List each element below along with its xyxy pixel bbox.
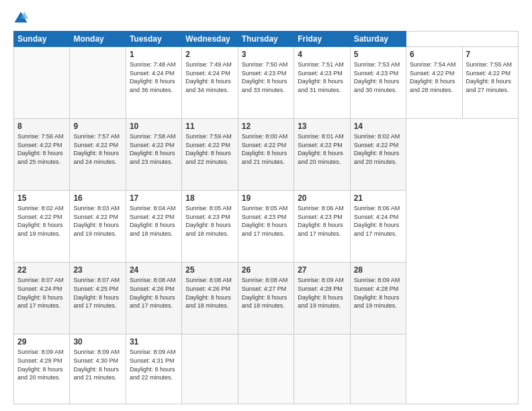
day-number: 4 bbox=[298, 50, 346, 59]
calendar-day-cell bbox=[14, 47, 70, 119]
day-number: 5 bbox=[354, 50, 402, 59]
day-number: 20 bbox=[298, 193, 346, 203]
day-number: 16 bbox=[73, 193, 122, 203]
weekday-header-cell: Sunday bbox=[14, 32, 70, 47]
day-number: 11 bbox=[185, 122, 234, 131]
day-number: 1 bbox=[130, 50, 178, 59]
day-info: Sunrise: 8:09 AMSunset: 4:30 PMDaylight:… bbox=[73, 349, 120, 381]
calendar-day-cell: 18 Sunrise: 8:05 AMSunset: 4:23 PMDaylig… bbox=[182, 191, 238, 263]
day-info: Sunrise: 8:06 AMSunset: 4:23 PMDaylight:… bbox=[298, 205, 344, 237]
day-number: 19 bbox=[242, 193, 290, 203]
header bbox=[13, 11, 519, 26]
day-number: 14 bbox=[354, 122, 402, 131]
day-info: Sunrise: 8:02 AMSunset: 4:22 PMDaylight:… bbox=[354, 133, 400, 165]
day-number: 21 bbox=[354, 193, 402, 203]
calendar-day-cell: 31 Sunrise: 8:09 AMSunset: 4:31 PMDaylig… bbox=[126, 334, 181, 404]
calendar-day-cell: 7 Sunrise: 7:55 AMSunset: 4:22 PMDayligh… bbox=[462, 47, 519, 119]
calendar-day-cell: 21 Sunrise: 8:06 AMSunset: 4:24 PMDaylig… bbox=[350, 191, 406, 263]
day-number: 15 bbox=[17, 193, 66, 203]
day-info: Sunrise: 8:00 AMSunset: 4:22 PMDaylight:… bbox=[242, 133, 288, 165]
calendar-day-cell: 28 Sunrise: 8:09 AMSunset: 4:28 PMDaylig… bbox=[350, 263, 406, 334]
day-info: Sunrise: 7:54 AMSunset: 4:22 PMDaylight:… bbox=[410, 61, 456, 93]
calendar-day-cell: 12 Sunrise: 8:00 AMSunset: 4:22 PMDaylig… bbox=[238, 119, 294, 191]
calendar-day-cell: 30 Sunrise: 8:09 AMSunset: 4:30 PMDaylig… bbox=[70, 334, 126, 404]
logo-icon bbox=[13, 11, 28, 26]
day-info: Sunrise: 7:56 AMSunset: 4:22 PMDaylight:… bbox=[17, 133, 64, 165]
day-number: 12 bbox=[242, 122, 290, 131]
day-number: 29 bbox=[17, 337, 66, 347]
day-number: 23 bbox=[73, 265, 122, 275]
day-number: 6 bbox=[410, 50, 458, 59]
day-info: Sunrise: 8:08 AMSunset: 4:26 PMDaylight:… bbox=[185, 277, 232, 309]
calendar-day-cell: 10 Sunrise: 7:58 AMSunset: 4:22 PMDaylig… bbox=[126, 119, 181, 191]
day-info: Sunrise: 8:09 AMSunset: 4:28 PMDaylight:… bbox=[354, 277, 400, 309]
calendar-day-cell: 15 Sunrise: 8:02 AMSunset: 4:22 PMDaylig… bbox=[14, 191, 70, 263]
day-number: 8 bbox=[17, 122, 66, 131]
calendar-week-row: 1 Sunrise: 7:48 AMSunset: 4:24 PMDayligh… bbox=[14, 47, 519, 119]
calendar-day-cell: 27 Sunrise: 8:09 AMSunset: 4:28 PMDaylig… bbox=[294, 263, 350, 334]
calendar-day-cell bbox=[294, 334, 350, 404]
day-info: Sunrise: 8:09 AMSunset: 4:28 PMDaylight:… bbox=[298, 277, 344, 309]
day-info: Sunrise: 7:50 AMSunset: 4:23 PMDaylight:… bbox=[242, 61, 288, 93]
calendar-week-row: 22 Sunrise: 8:07 AMSunset: 4:24 PMDaylig… bbox=[14, 263, 519, 334]
calendar-day-cell: 3 Sunrise: 7:50 AMSunset: 4:23 PMDayligh… bbox=[238, 47, 294, 119]
calendar-day-cell: 29 Sunrise: 8:09 AMSunset: 4:29 PMDaylig… bbox=[14, 334, 70, 404]
day-info: Sunrise: 8:08 AMSunset: 4:26 PMDaylight:… bbox=[130, 277, 176, 309]
day-info: Sunrise: 8:09 AMSunset: 4:31 PMDaylight:… bbox=[130, 349, 176, 381]
day-info: Sunrise: 8:03 AMSunset: 4:22 PMDaylight:… bbox=[73, 205, 120, 237]
day-info: Sunrise: 7:53 AMSunset: 4:23 PMDaylight:… bbox=[354, 61, 400, 93]
calendar-day-cell bbox=[182, 334, 238, 404]
day-number: 2 bbox=[185, 50, 234, 59]
day-info: Sunrise: 8:07 AMSunset: 4:25 PMDaylight:… bbox=[73, 277, 120, 309]
calendar-day-cell: 13 Sunrise: 8:01 AMSunset: 4:22 PMDaylig… bbox=[294, 119, 350, 191]
day-number: 31 bbox=[130, 337, 178, 347]
day-number: 13 bbox=[298, 122, 346, 131]
weekday-header-cell: Tuesday bbox=[126, 32, 181, 47]
calendar-day-cell: 2 Sunrise: 7:49 AMSunset: 4:24 PMDayligh… bbox=[182, 47, 238, 119]
day-info: Sunrise: 8:09 AMSunset: 4:29 PMDaylight:… bbox=[17, 349, 64, 381]
day-number: 30 bbox=[73, 337, 122, 347]
calendar-body: 1 Sunrise: 7:48 AMSunset: 4:24 PMDayligh… bbox=[14, 47, 519, 404]
calendar-day-cell bbox=[70, 47, 126, 119]
day-number: 22 bbox=[17, 265, 66, 275]
day-info: Sunrise: 7:49 AMSunset: 4:24 PMDaylight:… bbox=[185, 61, 232, 93]
page: SundayMondayTuesdayWednesdayThursdayFrid… bbox=[0, 0, 532, 411]
day-number: 28 bbox=[354, 265, 402, 275]
day-number: 18 bbox=[185, 193, 234, 203]
day-number: 26 bbox=[242, 265, 290, 275]
logo bbox=[13, 11, 31, 26]
weekday-header-cell: Wednesday bbox=[182, 32, 238, 47]
calendar-day-cell: 23 Sunrise: 8:07 AMSunset: 4:25 PMDaylig… bbox=[70, 263, 126, 334]
day-number: 27 bbox=[298, 265, 346, 275]
day-info: Sunrise: 7:58 AMSunset: 4:22 PMDaylight:… bbox=[130, 133, 176, 165]
weekday-header: SundayMondayTuesdayWednesdayThursdayFrid… bbox=[14, 32, 519, 47]
day-info: Sunrise: 7:55 AMSunset: 4:22 PMDaylight:… bbox=[466, 61, 513, 93]
calendar-day-cell bbox=[350, 334, 406, 404]
day-info: Sunrise: 8:08 AMSunset: 4:27 PMDaylight:… bbox=[242, 277, 288, 309]
calendar-day-cell: 1 Sunrise: 7:48 AMSunset: 4:24 PMDayligh… bbox=[126, 47, 181, 119]
day-info: Sunrise: 8:06 AMSunset: 4:24 PMDaylight:… bbox=[354, 205, 400, 237]
day-number: 25 bbox=[185, 265, 234, 275]
calendar-day-cell: 20 Sunrise: 8:06 AMSunset: 4:23 PMDaylig… bbox=[294, 191, 350, 263]
calendar-day-cell: 5 Sunrise: 7:53 AMSunset: 4:23 PMDayligh… bbox=[350, 47, 406, 119]
calendar-day-cell: 17 Sunrise: 8:04 AMSunset: 4:22 PMDaylig… bbox=[126, 191, 181, 263]
day-number: 7 bbox=[466, 50, 515, 59]
calendar-day-cell: 22 Sunrise: 8:07 AMSunset: 4:24 PMDaylig… bbox=[14, 263, 70, 334]
calendar-day-cell bbox=[238, 334, 294, 404]
calendar-week-row: 8 Sunrise: 7:56 AMSunset: 4:22 PMDayligh… bbox=[14, 119, 519, 191]
calendar-day-cell: 4 Sunrise: 7:51 AMSunset: 4:23 PMDayligh… bbox=[294, 47, 350, 119]
calendar-day-cell: 16 Sunrise: 8:03 AMSunset: 4:22 PMDaylig… bbox=[70, 191, 126, 263]
weekday-header-cell: Monday bbox=[70, 32, 126, 47]
calendar-day-cell: 9 Sunrise: 7:57 AMSunset: 4:22 PMDayligh… bbox=[70, 119, 126, 191]
day-number: 10 bbox=[130, 122, 178, 131]
day-info: Sunrise: 7:59 AMSunset: 4:22 PMDaylight:… bbox=[185, 133, 232, 165]
calendar-day-cell: 14 Sunrise: 8:02 AMSunset: 4:22 PMDaylig… bbox=[350, 119, 406, 191]
day-info: Sunrise: 7:51 AMSunset: 4:23 PMDaylight:… bbox=[298, 61, 344, 93]
calendar-day-cell: 6 Sunrise: 7:54 AMSunset: 4:22 PMDayligh… bbox=[406, 47, 462, 119]
calendar-day-cell: 26 Sunrise: 8:08 AMSunset: 4:27 PMDaylig… bbox=[238, 263, 294, 334]
day-number: 17 bbox=[130, 193, 178, 203]
day-number: 9 bbox=[73, 122, 122, 131]
day-info: Sunrise: 8:05 AMSunset: 4:23 PMDaylight:… bbox=[185, 205, 232, 237]
day-info: Sunrise: 8:04 AMSunset: 4:22 PMDaylight:… bbox=[130, 205, 176, 237]
calendar-week-row: 15 Sunrise: 8:02 AMSunset: 4:22 PMDaylig… bbox=[14, 191, 519, 263]
